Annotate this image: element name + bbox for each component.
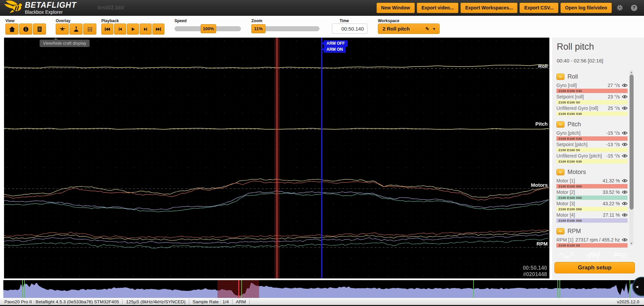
playback-section-label: Playback (101, 18, 119, 23)
seekbar-overview[interactable] (3, 280, 644, 298)
arm-on-badge: ARM ON (324, 46, 346, 53)
scroll-down-icon[interactable]: ▼ (629, 242, 634, 245)
new-window-button[interactable]: New Window (377, 3, 415, 13)
workspace-title: Roll pitch (557, 42, 594, 52)
craft-display-button[interactable] (56, 24, 69, 35)
table-icon (36, 26, 43, 33)
legend-field: RPM [1]27317 rpm / 455.2 hz Z100 E100 S0 (556, 237, 628, 248)
field-expo-bar[interactable]: Z100 E100 S50 (556, 184, 628, 188)
field-expo-bar[interactable]: Z100 E100 S0 (556, 148, 628, 152)
legend-field: Gyro [roll]27 °/s Z100 E100 S30 (556, 82, 628, 93)
scrollbar-thumb[interactable] (630, 75, 634, 210)
step-back-button[interactable] (114, 24, 126, 35)
field-value: 27.11 % (603, 212, 620, 218)
legend-group-motors: − Motors (556, 169, 628, 175)
toolbar: View Overlay (0, 16, 644, 38)
filtered-wave-icon (613, 249, 628, 262)
help-icon[interactable]: ? (631, 4, 637, 11)
workspace-dropdown[interactable]: 2 Roll pitch ✎ ▼ (378, 24, 440, 34)
log-table-button[interactable] (33, 24, 46, 35)
view-button-group (5, 24, 46, 35)
motor-grid-icon (87, 26, 93, 33)
group-name: Roll (567, 73, 578, 80)
collapse-group-button[interactable]: − (556, 74, 564, 80)
field-name: Motor [3] (556, 201, 603, 206)
eye-icon[interactable] (622, 106, 628, 110)
eye-icon[interactable] (622, 142, 628, 146)
eye-icon[interactable] (622, 95, 628, 99)
field-value: -15 °/s (606, 130, 620, 136)
eye-icon[interactable] (622, 213, 628, 217)
group-name: RPM (567, 228, 581, 235)
field-expo-bar[interactable]: Z100 E100 S50 (556, 218, 628, 223)
motors-axis-label: Motors (531, 182, 548, 188)
log-info-button[interactable] (19, 24, 32, 35)
arm-off-badge: ARM OFF (324, 40, 348, 47)
field-expo-bar[interactable]: Z100 E100 S30 (556, 159, 628, 164)
skip-to-end-icon (155, 27, 161, 32)
log-time-range: 00:40 - 02:56 [02:16] (557, 58, 603, 63)
field-expo-bar[interactable]: Z100 E100 S0 (556, 243, 628, 248)
time-input[interactable] (332, 24, 367, 34)
zoom-slider-handle[interactable]: 11% (251, 24, 265, 33)
legend-scrollbar[interactable]: ▲ ▼ (629, 70, 634, 246)
jump-start-button[interactable] (101, 24, 113, 35)
craft-icon (59, 26, 66, 33)
field-expo-bar[interactable]: Z100 E100 S50 (556, 195, 628, 200)
scroll-up-icon[interactable]: ▲ (629, 71, 634, 74)
field-name: Motor [1] (556, 178, 603, 183)
speed-slider-handle[interactable]: 100% (201, 24, 216, 33)
eye-icon[interactable] (622, 238, 628, 242)
graph-canvas[interactable] (4, 38, 549, 278)
speed-slider-track[interactable]: 100% (175, 26, 241, 31)
home-button[interactable] (5, 24, 18, 35)
eye-icon[interactable] (622, 131, 628, 135)
eye-icon[interactable] (622, 83, 628, 87)
field-expo-bar[interactable]: Z100 E100 S30 (556, 112, 628, 116)
open-log-file-button[interactable]: Open log file/video (560, 3, 612, 13)
legend-field: Unfiltered Gyro [roll]25 °/s Z100 E100 S… (556, 105, 628, 116)
collapse-group-button[interactable]: − (556, 169, 564, 175)
graph-area[interactable]: View/hide craft display ARM OFF ARM ON R… (4, 38, 549, 278)
status-arm-flag: ARM (233, 299, 250, 305)
legend-field: Unfiltered Gyro [pitch]-15 °/s Z100 E100… (556, 153, 628, 164)
field-name: Unfiltered Gyro [roll] (556, 105, 608, 111)
collapse-group-button[interactable]: − (556, 228, 564, 234)
jump-end-button[interactable] (152, 24, 164, 35)
settings-gear-icon[interactable] (616, 4, 623, 11)
field-value: 41.32 % (603, 178, 620, 183)
export-csv-button[interactable]: Export CSV... (519, 3, 558, 13)
sticks-display-button[interactable] (69, 24, 83, 35)
status-sample-rate: Sample Rate : 1/4 (189, 299, 233, 305)
field-expo-bar[interactable]: Z100 E100 S50 (556, 207, 628, 211)
motors-display-button[interactable] (83, 24, 96, 35)
graph-setup-button[interactable]: Graph setup (554, 262, 635, 273)
field-value: 25 °/s (608, 105, 620, 111)
legend-list: − Roll Gyro [roll]27 °/s Z100 E100 S30 S… (556, 70, 628, 248)
eye-icon[interactable] (622, 202, 628, 206)
collapse-group-button[interactable]: − (556, 121, 564, 128)
zoom-slider-track[interactable]: 11% (251, 26, 319, 31)
play-pause-button[interactable] (127, 24, 139, 35)
overlay-section-label: Overlay (56, 18, 70, 23)
export-workspaces-button[interactable]: Export Workspaces... (460, 3, 517, 13)
field-value: 27 °/s (608, 83, 620, 88)
eye-icon[interactable] (622, 154, 628, 158)
betaflight-logo: BETAFLIGHT Blackbox Explorer (3, 0, 77, 15)
field-expo-bar[interactable]: Z100 E100 S30 (556, 89, 628, 93)
export-video-button[interactable]: Export video... (417, 3, 458, 13)
eye-icon[interactable] (622, 179, 628, 183)
edit-pencil-icon[interactable]: ✎ (425, 26, 429, 32)
graph-legend-sidebar: Roll pitch 00:40 - 02:56 [02:16] − Roll … (552, 38, 644, 279)
eye-icon[interactable] (622, 190, 628, 194)
zoom-section-label: Zoom (251, 18, 262, 23)
status-bar: Pavo20 Pro II : Betaflight 4.5.3 (0e533b… (0, 298, 644, 305)
field-value: 27317 rpm / 455.2 hz (576, 237, 620, 243)
open-log-filename: test02.bbl (97, 4, 124, 11)
field-name: Motor [4] (556, 212, 603, 218)
field-expo-bar[interactable]: Z100 E100 S0 (556, 100, 628, 104)
playback-button-group (101, 24, 164, 35)
chevron-left-icon: ◄ (635, 284, 639, 289)
field-expo-bar[interactable]: Z100 E100 S30 (556, 136, 628, 141)
step-forward-button[interactable] (140, 24, 152, 35)
